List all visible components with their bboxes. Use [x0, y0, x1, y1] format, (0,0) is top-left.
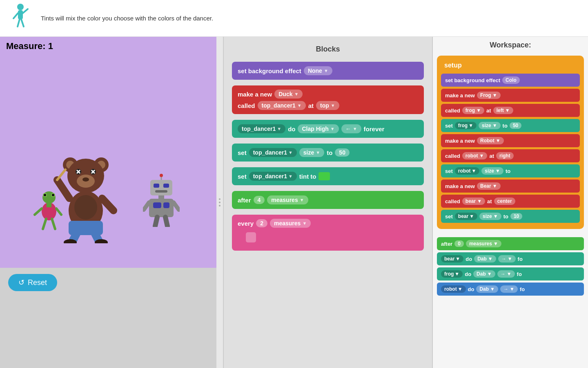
dir-pill[interactable]: → ▼ — [497, 270, 515, 278]
panel-resizer[interactable] — [216, 37, 223, 368]
measures-pill[interactable]: measures ▼ — [466, 240, 501, 247]
frog-label: frog — [444, 271, 454, 277]
bg-value-pill[interactable]: Colo — [502, 76, 520, 84]
frog-name-pill[interactable]: frog ▼ — [462, 107, 484, 114]
dropdown-arrow: ▼ — [479, 153, 484, 159]
stage-controls: ↺ Reset — [0, 268, 216, 297]
workspace-header: Workspace: — [437, 41, 584, 49]
left-label: left — [497, 108, 504, 113]
center-pill[interactable]: center — [494, 197, 515, 205]
dropdown-arrow: ▼ — [294, 92, 298, 96]
dancer-pill[interactable]: top_dancer1 ▼ — [249, 172, 297, 181]
block-dancer-do[interactable]: top_dancer1 ▼ do Clap High ▼ ← ▼ forever — [232, 120, 424, 138]
left-pill[interactable]: left ▼ — [493, 107, 513, 114]
duck-pill[interactable]: Duck ▼ — [274, 90, 303, 99]
forever-text: fo — [520, 286, 525, 292]
block-set-tint[interactable]: set top_dancer1 ▼ tint to — [232, 167, 424, 185]
ws-called-robot-block[interactable]: called robot ▼ at right — [441, 149, 580, 162]
direction-pill[interactable]: ← ▼ — [341, 124, 361, 133]
dancer-bear — [53, 153, 118, 243]
at-text: at — [308, 102, 314, 109]
block-every[interactable]: every 2 measures ▼ — [232, 215, 424, 251]
ws-make-robot-block[interactable]: make a new Robot ▼ — [441, 134, 580, 147]
none-pill[interactable]: None ▼ — [304, 66, 332, 75]
ws-set-robot-size-block[interactable]: set robot ▼ size ▼ to — [441, 164, 580, 177]
make-text: make a new — [445, 92, 475, 99]
bear-pill[interactable]: Bear ▼ — [477, 182, 501, 190]
every-text: every — [238, 220, 254, 227]
blocks-header: Blocks — [232, 45, 424, 54]
frog-pill[interactable]: Frog ▼ — [477, 92, 501, 99]
position-pill[interactable]: top ▼ — [316, 101, 339, 110]
reset-label: Reset — [28, 278, 47, 287]
frog-pill[interactable]: frog ▼ — [455, 122, 477, 129]
svg-rect-43 — [154, 184, 159, 188]
robot-pill[interactable]: robot ▼ — [441, 285, 466, 293]
frog-pill[interactable]: frog ▼ — [441, 270, 463, 278]
ws-after-0-block[interactable]: after 0 measures ▼ — [437, 237, 584, 250]
svg-rect-44 — [163, 184, 169, 188]
block-set-background[interactable]: set background effect None ▼ — [232, 62, 424, 80]
resizer-dot — [219, 198, 220, 200]
right-pill[interactable]: right — [496, 152, 514, 159]
robot-pill[interactable]: Robot ▼ — [477, 137, 504, 144]
blocks-panel: Blocks set background effect None ▼ make… — [223, 37, 433, 368]
ws-set-frog-size-block[interactable]: set frog ▼ size ▼ to 50 — [441, 119, 580, 132]
dropdown-arrow: ▼ — [505, 108, 510, 113]
ws-robot-dab-block[interactable]: robot ▼ do Dab ▼ → ▼ fo — [437, 283, 584, 296]
bear-pill[interactable]: bear ▼ — [455, 213, 477, 220]
measures-pill[interactable]: measures ▼ — [267, 195, 308, 204]
dab-pill[interactable]: Dab ▼ — [473, 270, 495, 278]
robot-name-pill[interactable]: robot ▼ — [462, 152, 488, 159]
svg-line-51 — [174, 202, 179, 210]
bear-pill[interactable]: bear ▼ — [441, 255, 463, 263]
bear-name-pill[interactable]: bear ▼ — [462, 197, 485, 205]
ws-make-frog-block[interactable]: make a new Frog ▼ — [441, 89, 580, 102]
dancer-name-pill[interactable]: top_dancer1 ▼ — [258, 101, 306, 110]
setup-group: setup set background effect Colo make a … — [437, 56, 584, 229]
dir-label: → — [501, 256, 506, 262]
dropdown-arrow: ▼ — [277, 126, 281, 131]
dropdown-arrow: ▼ — [492, 92, 497, 98]
svg-line-5 — [21, 19, 24, 27]
dropdown-arrow: ▼ — [330, 126, 335, 131]
dab-pill[interactable]: Dab ▼ — [474, 255, 496, 263]
dir-pill[interactable]: → ▼ — [500, 285, 518, 293]
block-set-size[interactable]: set top_dancer1 ▼ size ▼ to 50 — [232, 144, 424, 162]
block-after[interactable]: after 4 measures ▼ — [232, 191, 424, 209]
measures-label: measures — [271, 197, 298, 203]
size-pill[interactable]: size ▼ — [481, 167, 503, 175]
ws-frog-dab-block[interactable]: frog ▼ do Dab ▼ → ▼ fo — [437, 267, 584, 280]
stage-panel: Measure: 1 — [0, 37, 216, 368]
dropdown-arrow: ▼ — [488, 256, 493, 262]
ws-bear-dab-block[interactable]: bear ▼ do Dab ▼ → ▼ fo — [437, 252, 584, 265]
ws-called-bear-block[interactable]: called bear ▼ at center — [441, 195, 580, 208]
size-pill[interactable]: size ▼ — [479, 122, 501, 129]
dab-pill[interactable]: Dab ▼ — [476, 285, 498, 293]
called-text: called — [238, 102, 255, 109]
size-pill[interactable]: size ▼ — [479, 213, 501, 220]
ws-set-bear-size-block[interactable]: set bear ▼ size ▼ to 10 — [441, 210, 580, 223]
ws-called-frog-block[interactable]: called frog ▼ at left ▼ — [441, 104, 580, 117]
size-pill[interactable]: size ▼ — [299, 148, 324, 157]
dir-pill[interactable]: → ▼ — [498, 255, 516, 263]
to-text: to — [503, 123, 508, 129]
forever-text: fo — [517, 271, 522, 277]
robot-label: Robot — [480, 138, 494, 144]
dancer-pill[interactable]: top_dancer1 ▼ — [249, 148, 297, 157]
robot-pill[interactable]: robot ▼ — [455, 167, 480, 175]
dropdown-arrow: ▼ — [300, 197, 304, 202]
tint-color-swatch[interactable] — [318, 172, 330, 180]
resizer-dot — [219, 205, 220, 206]
block-make-duck[interactable]: make a new Duck ▼ called top_dancer1 ▼ a… — [232, 85, 424, 114]
ws-make-bear-block[interactable]: make a new Bear ▼ — [441, 180, 580, 193]
ws-set-bg-block[interactable]: set background effect Colo — [441, 74, 580, 87]
move-pill[interactable]: Clap High ▼ — [298, 124, 339, 133]
every-row: every 2 measures ▼ — [238, 219, 311, 228]
dancer-pill[interactable]: top_dancer1 ▼ — [238, 124, 285, 133]
measures-pill[interactable]: measures ▼ — [270, 219, 311, 228]
dropdown-arrow: ▼ — [331, 103, 335, 108]
svg-line-3 — [23, 9, 28, 13]
after-text: after — [441, 241, 452, 247]
reset-button[interactable]: ↺ Reset — [8, 274, 57, 291]
